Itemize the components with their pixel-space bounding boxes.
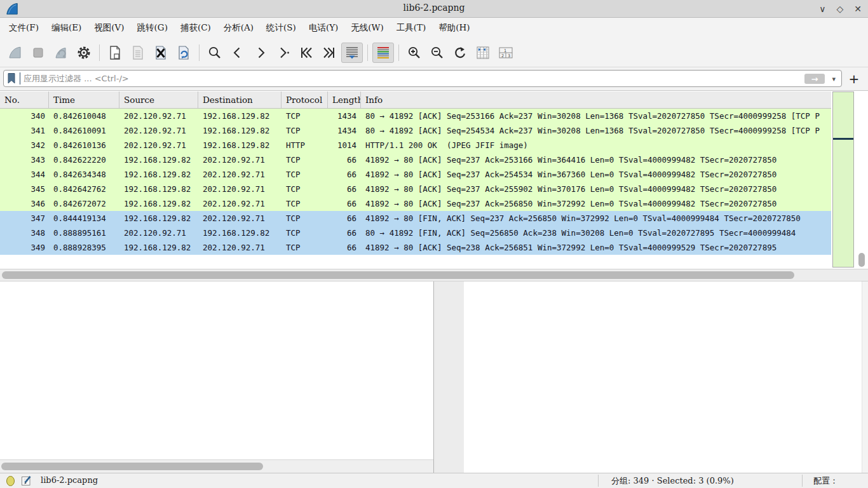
go-forward-button[interactable] — [250, 43, 271, 63]
menu-analyze[interactable]: 分析(A) — [217, 20, 260, 36]
menu-edit[interactable]: 编辑(E) — [45, 20, 88, 36]
cell-length: 66 — [328, 152, 361, 167]
column-header-source[interactable]: Source — [119, 92, 198, 108]
cell-no: 341 — [0, 123, 49, 138]
packet-list-vertical-scrollbar[interactable] — [855, 92, 868, 268]
open-file-button[interactable] — [104, 43, 126, 63]
packet-row-345[interactable]: 3450.842642762192.168.129.82202.120.92.7… — [0, 182, 831, 196]
statusbar-packet-summary: 分组: 349 · Selected: 3 (0.9%) — [611, 475, 734, 487]
horizontal-scrollbar-handle[interactable] — [2, 271, 794, 279]
menu-bar: 文件(F)编辑(E)视图(V)跳转(G)捕获(C)分析(A)统计(S)电话(Y)… — [0, 18, 868, 38]
statusbar-profile[interactable]: 配置：Default — [813, 475, 868, 488]
cell-protocol: TCP — [281, 240, 328, 255]
cell-info: 41892 → 80 [FIN, ACK] Seq=237 Ack=256850… — [361, 211, 831, 226]
zoom-in-icon — [407, 45, 422, 60]
menu-help[interactable]: 帮助(H) — [432, 20, 476, 36]
last-packet-button[interactable] — [318, 43, 340, 63]
menu-telephony[interactable]: 电话(Y) — [302, 20, 344, 36]
packet-row-343[interactable]: 3430.842622220192.168.129.82202.120.92.7… — [0, 152, 831, 167]
apply-filter-button[interactable]: → — [804, 74, 825, 84]
expert-info-icon[interactable] — [6, 475, 15, 487]
packet-row-346[interactable]: 3460.842672072192.168.129.82202.120.92.7… — [0, 196, 831, 211]
add-filter-button[interactable]: + — [844, 69, 864, 88]
column-header-no[interactable]: No. — [0, 92, 49, 108]
packet-details-pane[interactable] — [0, 281, 434, 473]
filter-bookmark-icon[interactable] — [7, 72, 16, 85]
display-filter-input[interactable]: 应用显示过滤器 ... <Ctrl-/> → ▾ — [3, 70, 842, 87]
cell-length: 1434 — [328, 123, 361, 138]
status-bar: lib6-2.pcapng 分组: 349 · Selected: 3 (0.9… — [0, 473, 868, 488]
cell-no: 349 — [0, 240, 49, 255]
menu-capture[interactable]: 捕获(C) — [174, 20, 217, 36]
packet-row-340[interactable]: 3400.842610048202.120.92.71192.168.129.8… — [0, 109, 831, 123]
layout-button[interactable]: 1 2 3 — [495, 43, 517, 63]
cell-protocol: TCP — [281, 167, 328, 182]
packet-row-341[interactable]: 3410.842610091202.120.92.71192.168.129.8… — [0, 123, 831, 138]
cell-destination: 202.120.92.71 — [198, 152, 281, 167]
reload-file-button[interactable] — [173, 43, 194, 63]
column-header-time[interactable]: Time — [49, 92, 119, 108]
menu-statistics[interactable]: 统计(S) — [260, 20, 302, 36]
vertical-scrollbar-handle[interactable] — [858, 253, 865, 267]
capture-comment-icon[interactable] — [21, 475, 32, 486]
details-scrollbar-handle[interactable] — [1, 463, 263, 470]
column-header-protocol[interactable]: Protocol — [281, 92, 328, 108]
colorize-toggle[interactable] — [372, 43, 394, 63]
capture-options-button[interactable] — [73, 43, 95, 63]
auto-scroll-icon — [344, 45, 360, 60]
go-back-button[interactable] — [227, 43, 248, 63]
go-to-packet-button[interactable] — [273, 43, 294, 63]
svg-text:2: 2 — [501, 53, 504, 58]
column-header-info[interactable]: Info — [361, 92, 831, 108]
cell-protocol: TCP — [281, 196, 328, 211]
start-capture-button[interactable] — [4, 43, 26, 63]
auto-scroll-toggle[interactable] — [341, 43, 363, 63]
filter-dropdown-icon[interactable]: ▾ — [832, 75, 836, 83]
menu-wireless[interactable]: 无线(W) — [344, 20, 390, 36]
pane-splitter[interactable] — [434, 281, 464, 473]
menu-view[interactable]: 视图(V) — [88, 20, 130, 36]
cell-info: 41892 → 80 [ACK] Seq=237 Ack=253166 Win=… — [361, 152, 831, 167]
cell-destination: 192.168.129.82 — [198, 226, 281, 240]
cell-source: 192.168.129.82 — [119, 240, 198, 255]
cell-no: 346 — [0, 196, 49, 211]
first-packet-button[interactable] — [295, 43, 317, 63]
zoom-reset-button[interactable] — [449, 43, 471, 63]
restart-capture-button[interactable] — [50, 43, 72, 63]
bytes-vertical-scrollbar[interactable] — [862, 281, 868, 473]
menu-tools[interactable]: 工具(T) — [390, 20, 433, 36]
minimize-button[interactable]: ∨ — [819, 4, 825, 14]
cell-time: 0.842672072 — [49, 196, 119, 211]
resize-columns-button[interactable] — [472, 43, 494, 63]
cell-length: 66 — [328, 226, 361, 240]
close-file-button[interactable] — [150, 43, 172, 63]
packet-row-348[interactable]: 3480.888895161202.120.92.71192.168.129.8… — [0, 226, 831, 240]
last-packet-icon — [322, 45, 337, 60]
column-header-length[interactable]: Length — [328, 92, 361, 108]
column-header-destination[interactable]: Destination — [198, 92, 281, 108]
packet-row-344[interactable]: 3440.842634348192.168.129.82202.120.92.7… — [0, 167, 831, 182]
menu-go[interactable]: 跳转(G) — [131, 20, 174, 36]
zoom-in-button[interactable] — [403, 43, 425, 63]
statusbar-separator — [802, 475, 803, 487]
stop-capture-button[interactable] — [27, 43, 49, 63]
cell-source: 202.120.92.71 — [119, 138, 198, 152]
intelligent-scrollbar-minimap[interactable] — [832, 92, 854, 268]
details-horizontal-scrollbar[interactable] — [0, 459, 433, 473]
close-button[interactable]: ✕ — [854, 4, 862, 14]
cell-destination: 202.120.92.71 — [198, 196, 281, 211]
packet-row-342[interactable]: 3420.842610136202.120.92.71192.168.129.8… — [0, 138, 831, 152]
packet-row-347[interactable]: 3470.844419134192.168.129.82202.120.92.7… — [0, 211, 831, 226]
menu-file[interactable]: 文件(F) — [3, 20, 45, 36]
packet-list-rows: 3400.842610048202.120.92.71192.168.129.8… — [0, 109, 831, 256]
save-file-button[interactable] — [127, 43, 149, 63]
zoom-reset-icon — [452, 45, 468, 60]
zoom-out-button[interactable] — [426, 43, 448, 63]
packet-list-horizontal-scrollbar[interactable] — [0, 269, 868, 281]
packet-row-349[interactable]: 3490.888928395192.168.129.82202.120.92.7… — [0, 240, 831, 255]
go-forward-icon — [253, 45, 268, 60]
cell-time: 0.842642762 — [49, 182, 119, 196]
packet-bytes-pane[interactable] — [464, 281, 868, 473]
maximize-button[interactable]: ◇ — [836, 4, 843, 14]
find-packet-button[interactable] — [204, 43, 226, 63]
